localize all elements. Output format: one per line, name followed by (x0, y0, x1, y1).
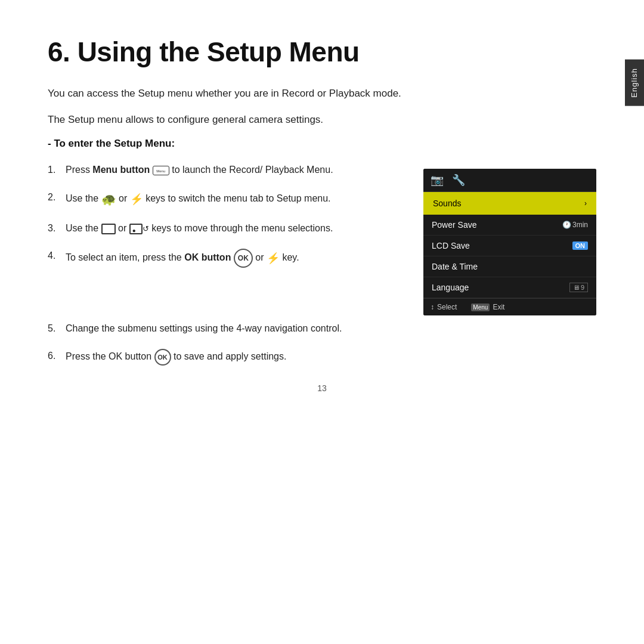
intro-text-1: You can access the Setup menu whether yo… (48, 86, 596, 101)
step-3: 3. Use the or ● ↺ keys to move through t… (48, 221, 400, 236)
sounds-value: › (584, 199, 587, 208)
steps-container: 1. Press Menu button to launch the Recor… (48, 163, 596, 315)
rotate-icon: ↺ (143, 224, 149, 233)
language-label: Language (432, 283, 469, 292)
step-5: 5. Change the submenu settings using the… (48, 321, 596, 336)
menu-footer: ↕ Select Menu Exit (423, 298, 596, 315)
power-save-value: 🕐 3min (562, 221, 588, 229)
step4-bold: OK button (184, 252, 231, 262)
timer-icon: 🕐 (562, 221, 571, 229)
menu-exit-icon: Menu (471, 304, 490, 311)
lang-num: 9 (581, 284, 584, 291)
footer-exit: Menu Exit (471, 303, 504, 311)
page-content: English 6. Using the Setup Menu You can … (0, 0, 644, 429)
side-tab: English (625, 60, 644, 106)
lcd-save-label: LCD Save (432, 241, 470, 250)
menu-item-sounds: Sounds › (423, 192, 596, 215)
date-time-label: Date & Time (432, 262, 478, 271)
menu-button-icon (153, 166, 169, 175)
wrench-tab-icon: 🔧 (452, 174, 465, 187)
camera-tab-icon: 📷 (431, 174, 444, 187)
page-number: 13 (48, 383, 596, 393)
select-icon: ↕ (431, 303, 434, 311)
step-4: 4. To select an item, press the OK butto… (48, 249, 400, 268)
timer-text: 3min (572, 221, 588, 229)
footer-select: ↕ Select (431, 303, 457, 311)
side-tab-label: English (630, 68, 639, 98)
lang-badge: 🖥 9 (569, 283, 588, 292)
camera-menu-header: 📷 🔧 (423, 169, 596, 192)
nav-icon-up: 🐢 (101, 190, 116, 208)
ok-circle-icon: OK (234, 249, 253, 268)
language-value: 🖥 9 (569, 283, 588, 292)
lightning-icon: ⚡ (130, 193, 143, 205)
step4-lightning: ⚡ (267, 252, 280, 264)
menu-item-date-time: Date & Time (423, 256, 596, 277)
camera-menu: 📷 🔧 Sounds › Power Save 🕐 3min (423, 169, 596, 315)
menu-items: Sounds › Power Save 🕐 3min LCD Save ON (423, 192, 596, 298)
section-header: - To enter the Setup Menu: (48, 138, 596, 150)
exit-label: Exit (493, 303, 504, 311)
menu-item-language: Language 🖥 9 (423, 277, 596, 298)
rect-icon (101, 224, 116, 234)
step-1: 1. Press Menu button to launch the Recor… (48, 163, 400, 177)
steps-left: 1. Press Menu button to launch the Recor… (48, 163, 400, 281)
steps-bottom: 5. Change the submenu settings using the… (48, 321, 596, 366)
on-badge: ON (572, 242, 589, 250)
menu-item-lcd-save: LCD Save ON (423, 236, 596, 256)
circle-icon: ● (129, 224, 143, 234)
lcd-save-value: ON (572, 242, 589, 250)
sounds-label: Sounds (433, 199, 461, 208)
lang-icon: 🖥 (573, 284, 580, 291)
ok-circle-step6: OK (154, 349, 171, 366)
step1-bold: Menu button (92, 165, 150, 175)
power-save-label: Power Save (432, 220, 476, 230)
step-2: 2. Use the 🐢 or ⚡ keys to switch the men… (48, 190, 400, 208)
select-label: Select (437, 303, 457, 311)
menu-item-power-save: Power Save 🕐 3min (423, 215, 596, 236)
step-6: 6. Press the OK button OK to save and ap… (48, 349, 596, 366)
page-title: 6. Using the Setup Menu (48, 36, 596, 68)
intro-text-2: The Setup menu allows to configure gener… (48, 112, 596, 128)
